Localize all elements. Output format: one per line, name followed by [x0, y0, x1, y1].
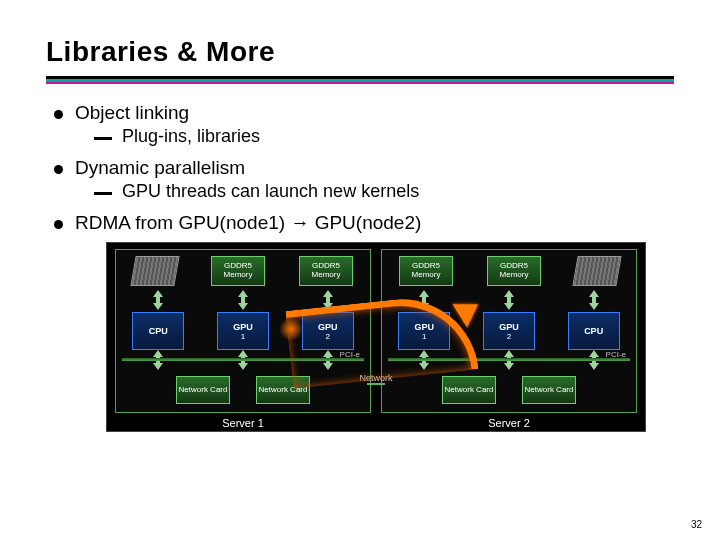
- bullet-icon: [54, 220, 63, 229]
- server-label: Server 1: [115, 417, 371, 429]
- sub-bullet-text: Plug-ins, libraries: [122, 126, 260, 147]
- bullet-item: Object linking: [54, 102, 674, 124]
- chip-label: GPU: [318, 322, 338, 332]
- server-label: Server 2: [381, 417, 637, 429]
- chip-label: GPU: [499, 322, 519, 332]
- sub-bullet-text: GPU threads can launch new kernels: [122, 181, 419, 202]
- processor-row: CPU GPU 1 GPU 2: [116, 312, 370, 350]
- title-rule: [46, 76, 674, 84]
- network-label: Network: [107, 373, 645, 383]
- chip-index: 1: [241, 332, 245, 341]
- chip-index: 1: [422, 332, 426, 341]
- network-link: [367, 383, 385, 385]
- chip-label: CPU: [149, 326, 168, 336]
- bullet-text: Dynamic parallelism: [75, 157, 245, 179]
- gpu-chip: GPU 2: [483, 312, 535, 350]
- gddr5-memory-label: GDDR5 Memory: [299, 256, 353, 286]
- bullet-icon: [54, 110, 63, 119]
- bus-arrow-icon: [585, 290, 603, 310]
- slide: Libraries & More Object linking Plug-ins…: [0, 0, 720, 540]
- gpu-chip: GPU 1: [398, 312, 450, 350]
- pcie-bus: [122, 358, 364, 361]
- memory-row: GDDR5 Memory GDDR5 Memory: [116, 256, 370, 286]
- pcie-bus: [388, 358, 630, 361]
- bullet-item: RDMA from GPU(node1) → GPU(node2): [54, 212, 674, 234]
- bullet-icon: [54, 165, 63, 174]
- chip-label: CPU: [584, 326, 603, 336]
- gpu-chip: GPU 1: [217, 312, 269, 350]
- chip-label: GPU: [233, 322, 253, 332]
- gpu-chip: GPU 2: [302, 312, 354, 350]
- sub-bullet-item: Plug-ins, libraries: [94, 126, 674, 147]
- page-number: 32: [691, 519, 702, 530]
- pcie-label: PCI-e: [606, 350, 626, 359]
- slide-title: Libraries & More: [46, 36, 674, 68]
- dash-icon: [94, 137, 112, 140]
- pcie-label: PCI-e: [340, 350, 360, 359]
- dash-icon: [94, 192, 112, 195]
- rdma-diagram: GDDR5 Memory GDDR5 Memory CPU GPU 1 GPU …: [106, 242, 646, 432]
- memory-row: GDDR5 Memory GDDR5 Memory: [382, 256, 636, 286]
- bus-arrow-icon: [500, 290, 518, 310]
- bus-arrow-icon: [234, 290, 252, 310]
- bullet-text: Object linking: [75, 102, 189, 124]
- gddr5-memory-label: GDDR5 Memory: [211, 256, 265, 286]
- chip-label: GPU: [415, 322, 435, 332]
- server-box-2: GDDR5 Memory GDDR5 Memory GPU 1 GPU 2: [381, 249, 637, 413]
- bullet-list: Object linking Plug-ins, libraries Dynam…: [46, 102, 674, 234]
- bus-arrow-icon: [415, 290, 433, 310]
- chip-index: 2: [325, 332, 329, 341]
- gddr5-memory-label: GDDR5 Memory: [399, 256, 453, 286]
- bus-arrow-icon: [319, 290, 337, 310]
- bullet-item: Dynamic parallelism: [54, 157, 674, 179]
- cpu-chip: CPU: [132, 312, 184, 350]
- gddr5-memory-label: GDDR5 Memory: [487, 256, 541, 286]
- bus-arrow-icon: [149, 290, 167, 310]
- sub-bullet-item: GPU threads can launch new kernels: [94, 181, 674, 202]
- server-box-1: GDDR5 Memory GDDR5 Memory CPU GPU 1 GPU …: [115, 249, 371, 413]
- system-memory-icon: [572, 256, 621, 286]
- system-memory-icon: [130, 256, 179, 286]
- bullet-text: RDMA from GPU(node1) → GPU(node2): [75, 212, 421, 234]
- cpu-chip: CPU: [568, 312, 620, 350]
- processor-row: GPU 1 GPU 2 CPU: [382, 312, 636, 350]
- chip-index: 2: [507, 332, 511, 341]
